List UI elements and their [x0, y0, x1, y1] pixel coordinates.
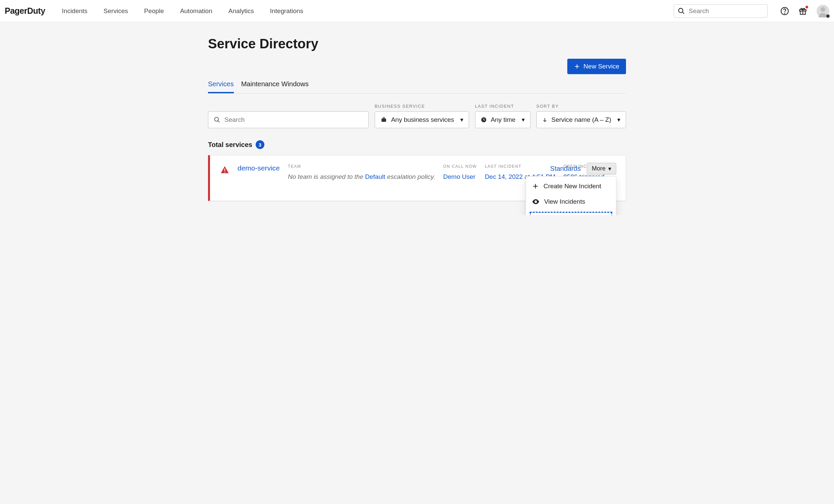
menu-view-integrations[interactable]: View Integrations [529, 211, 613, 215]
brand-logo: PagerDuty [5, 6, 45, 16]
caret-down-icon: ▾ [522, 117, 525, 123]
page-title: Service Directory [208, 36, 626, 51]
clock-icon [481, 117, 487, 123]
caret-down-icon: ▾ [608, 166, 611, 172]
search-icon [214, 116, 220, 123]
svg-rect-16 [224, 169, 225, 171]
oncall-label: ON CALL NOW [443, 164, 477, 169]
filters-row: BUSINESS SERVICE Any business services ▾… [208, 104, 626, 128]
nav-analytics[interactable]: Analytics [228, 1, 254, 21]
card-actions: Standards More ▾ [550, 163, 616, 174]
more-menu: Create New Incident View Incidents View … [526, 176, 616, 215]
sort-select[interactable]: Service name (A – Z) ▾ [536, 111, 626, 128]
team-label: TEAM [288, 164, 435, 169]
menu-view-incidents-label: View Incidents [544, 198, 585, 205]
search-icon [678, 7, 685, 15]
team-text-1: No team is assigned to the [288, 173, 363, 180]
notification-dot [806, 6, 808, 8]
last-incident-filter-value: Any time [491, 116, 515, 124]
svg-point-10 [215, 117, 219, 122]
caret-down-icon: ▾ [460, 117, 463, 123]
more-label: More [592, 165, 606, 172]
last-incident-filter-label: LAST INCIDENT [475, 104, 530, 109]
menu-create-label: Create New Incident [544, 182, 601, 190]
plus-icon [532, 183, 539, 190]
nav-incidents[interactable]: Incidents [62, 1, 88, 21]
standards-link[interactable]: Standards [550, 165, 581, 173]
gift-icon[interactable] [798, 7, 807, 16]
tab-services[interactable]: Services [208, 78, 234, 93]
menu-view-integrations-label: View Integrations [544, 215, 597, 215]
sort-value: Service name (A – Z) [551, 116, 611, 124]
tab-maintenance[interactable]: Maintenance Windows [241, 78, 309, 93]
total-count-badge: 3 [256, 140, 264, 149]
svg-point-7 [820, 7, 825, 12]
sort-label: SORT BY [536, 104, 626, 109]
user-avatar[interactable] [816, 5, 829, 18]
total-services: Total services 3 [208, 140, 626, 149]
svg-rect-12 [381, 118, 386, 122]
escalation-policy-link[interactable]: Default [365, 173, 385, 180]
plus-icon [574, 63, 580, 69]
svg-rect-13 [383, 117, 385, 118]
menu-create-incident[interactable]: Create New Incident [526, 178, 616, 194]
svg-rect-17 [224, 172, 225, 173]
tabs: Services Maintenance Windows [208, 78, 626, 94]
nav-people[interactable]: People [144, 1, 164, 21]
eye-icon [532, 199, 540, 204]
service-card: demo-service TEAM No team is assigned to… [208, 155, 626, 201]
global-search-input[interactable] [674, 4, 768, 18]
alert-icon [220, 166, 229, 191]
business-filter[interactable]: Any business services ▾ [375, 111, 469, 128]
service-search-input[interactable] [224, 116, 363, 124]
caret-down-icon: ▾ [617, 117, 620, 123]
new-service-label: New Service [584, 63, 619, 70]
svg-line-1 [682, 12, 684, 14]
service-search[interactable] [208, 111, 369, 128]
svg-line-11 [218, 121, 220, 123]
arrow-down-icon [542, 117, 548, 123]
top-icons [780, 5, 829, 18]
briefcase-icon [380, 117, 387, 123]
new-service-button[interactable]: New Service [567, 59, 626, 74]
business-filter-value: Any business services [391, 116, 454, 124]
oncall-user-link[interactable]: Demo User [443, 173, 475, 180]
last-incident-col-label: LAST INCIDENT [485, 164, 555, 169]
service-name-link[interactable]: demo-service [238, 164, 280, 172]
nav-items: Incidents Services People Automation Ana… [62, 1, 304, 21]
nav-integrations[interactable]: Integrations [270, 1, 303, 21]
total-label: Total services [208, 141, 252, 149]
business-filter-label: BUSINESS SERVICE [375, 104, 469, 109]
last-incident-filter[interactable]: Any time ▾ [475, 111, 530, 128]
team-text-2: escalation policy. [387, 173, 435, 180]
more-button[interactable]: More ▾ [587, 163, 616, 174]
svg-point-3 [784, 13, 785, 13]
top-nav: PagerDuty Incidents Services People Auto… [0, 0, 834, 22]
svg-point-0 [679, 8, 683, 13]
menu-view-incidents[interactable]: View Incidents [526, 194, 616, 210]
nav-services[interactable]: Services [104, 1, 128, 21]
help-icon[interactable] [780, 7, 789, 16]
nav-automation[interactable]: Automation [180, 1, 212, 21]
page-content: Service Directory New Service Services M… [191, 22, 643, 215]
global-search[interactable] [674, 4, 768, 18]
